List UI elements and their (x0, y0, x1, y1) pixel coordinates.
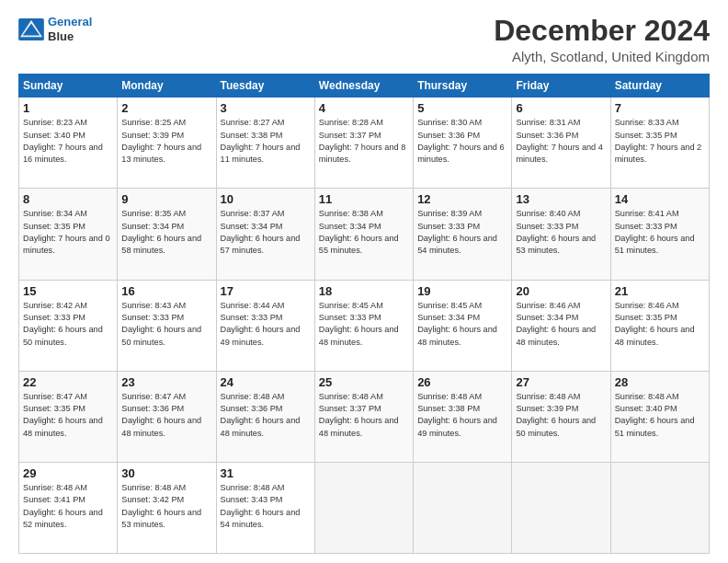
calendar-cell: 30 Sunrise: 8:48 AMSunset: 3:42 PMDaylig… (118, 462, 216, 553)
day-info: Sunrise: 8:38 AMSunset: 3:34 PMDaylight:… (319, 208, 409, 257)
day-number: 15 (23, 284, 113, 298)
header: General Blue December 2024 Alyth, Scotla… (18, 15, 710, 64)
day-number: 9 (121, 192, 211, 206)
day-info: Sunrise: 8:40 AMSunset: 3:33 PMDaylight:… (516, 208, 606, 257)
day-info: Sunrise: 8:28 AMSunset: 3:37 PMDaylight:… (319, 117, 409, 166)
calendar-cell: 19 Sunrise: 8:45 AMSunset: 3:34 PMDaylig… (414, 280, 512, 371)
day-number: 27 (516, 375, 606, 389)
calendar-cell: 20 Sunrise: 8:46 AMSunset: 3:34 PMDaylig… (512, 280, 610, 371)
day-number: 20 (516, 284, 606, 298)
day-info: Sunrise: 8:31 AMSunset: 3:36 PMDaylight:… (516, 117, 606, 166)
logo: General Blue (18, 15, 92, 43)
calendar-week-5: 29 Sunrise: 8:48 AMSunset: 3:41 PMDaylig… (19, 462, 710, 553)
day-number: 10 (221, 192, 311, 206)
calendar-cell: 29 Sunrise: 8:48 AMSunset: 3:41 PMDaylig… (19, 462, 118, 553)
calendar-cell: 9 Sunrise: 8:35 AMSunset: 3:34 PMDayligh… (118, 189, 216, 280)
calendar-cell: 16 Sunrise: 8:43 AMSunset: 3:33 PMDaylig… (118, 280, 216, 371)
day-number: 6 (516, 101, 606, 115)
day-number: 23 (121, 375, 211, 389)
weekday-header-sunday: Sunday (19, 75, 118, 98)
logo-icon (18, 18, 44, 40)
day-info: Sunrise: 8:45 AMSunset: 3:34 PMDaylight:… (417, 300, 507, 349)
day-info: Sunrise: 8:33 AMSunset: 3:35 PMDaylight:… (615, 117, 705, 166)
day-info: Sunrise: 8:48 AMSunset: 3:36 PMDaylight:… (221, 391, 311, 440)
day-number: 12 (417, 192, 507, 206)
day-info: Sunrise: 8:23 AMSunset: 3:40 PMDaylight:… (23, 117, 113, 166)
calendar-cell: 23 Sunrise: 8:47 AMSunset: 3:36 PMDaylig… (118, 371, 216, 462)
day-number: 14 (615, 192, 705, 206)
day-info: Sunrise: 8:39 AMSunset: 3:33 PMDaylight:… (417, 208, 507, 257)
weekday-header-wednesday: Wednesday (314, 75, 413, 98)
calendar-cell: 13 Sunrise: 8:40 AMSunset: 3:33 PMDaylig… (512, 189, 610, 280)
day-number: 21 (615, 284, 705, 298)
calendar-cell: 27 Sunrise: 8:48 AMSunset: 3:39 PMDaylig… (512, 371, 610, 462)
calendar-cell: 10 Sunrise: 8:37 AMSunset: 3:34 PMDaylig… (216, 189, 314, 280)
calendar-cell: 2 Sunrise: 8:25 AMSunset: 3:39 PMDayligh… (118, 98, 216, 189)
day-number: 7 (615, 101, 705, 115)
day-info: Sunrise: 8:37 AMSunset: 3:34 PMDaylight:… (221, 208, 311, 257)
day-info: Sunrise: 8:42 AMSunset: 3:33 PMDaylight:… (23, 300, 113, 349)
day-info: Sunrise: 8:48 AMSunset: 3:41 PMDaylight:… (23, 482, 113, 531)
calendar-cell: 15 Sunrise: 8:42 AMSunset: 3:33 PMDaylig… (19, 280, 118, 371)
day-info: Sunrise: 8:48 AMSunset: 3:37 PMDaylight:… (319, 391, 409, 440)
calendar-cell: 11 Sunrise: 8:38 AMSunset: 3:34 PMDaylig… (314, 189, 413, 280)
day-number: 8 (23, 192, 113, 206)
calendar-cell: 24 Sunrise: 8:48 AMSunset: 3:36 PMDaylig… (216, 371, 314, 462)
day-info: Sunrise: 8:48 AMSunset: 3:39 PMDaylight:… (516, 391, 606, 440)
day-number: 13 (516, 192, 606, 206)
page: General Blue December 2024 Alyth, Scotla… (0, 0, 728, 563)
day-info: Sunrise: 8:46 AMSunset: 3:35 PMDaylight:… (615, 300, 705, 349)
day-number: 31 (221, 466, 311, 480)
calendar-cell (610, 462, 709, 553)
weekday-header-monday: Monday (118, 75, 216, 98)
day-number: 2 (121, 101, 211, 115)
day-number: 24 (221, 375, 311, 389)
day-info: Sunrise: 8:35 AMSunset: 3:34 PMDaylight:… (121, 208, 211, 257)
day-info: Sunrise: 8:48 AMSunset: 3:42 PMDaylight:… (121, 482, 211, 531)
calendar-cell: 1 Sunrise: 8:23 AMSunset: 3:40 PMDayligh… (19, 98, 118, 189)
day-info: Sunrise: 8:47 AMSunset: 3:35 PMDaylight:… (23, 391, 113, 440)
logo-text: General Blue (48, 15, 92, 43)
day-info: Sunrise: 8:43 AMSunset: 3:33 PMDaylight:… (121, 300, 211, 349)
weekday-header-saturday: Saturday (610, 75, 709, 98)
calendar-week-3: 15 Sunrise: 8:42 AMSunset: 3:33 PMDaylig… (19, 280, 710, 371)
day-number: 19 (417, 284, 507, 298)
day-number: 30 (121, 466, 211, 480)
calendar-body: 1 Sunrise: 8:23 AMSunset: 3:40 PMDayligh… (19, 98, 710, 554)
day-number: 22 (23, 375, 113, 389)
weekday-header-friday: Friday (512, 75, 610, 98)
calendar-cell: 28 Sunrise: 8:48 AMSunset: 3:40 PMDaylig… (610, 371, 709, 462)
calendar-cell: 7 Sunrise: 8:33 AMSunset: 3:35 PMDayligh… (610, 98, 709, 189)
calendar-cell: 25 Sunrise: 8:48 AMSunset: 3:37 PMDaylig… (314, 371, 413, 462)
day-number: 5 (417, 101, 507, 115)
day-info: Sunrise: 8:45 AMSunset: 3:33 PMDaylight:… (319, 300, 409, 349)
calendar-cell: 18 Sunrise: 8:45 AMSunset: 3:33 PMDaylig… (314, 280, 413, 371)
day-info: Sunrise: 8:47 AMSunset: 3:36 PMDaylight:… (121, 391, 211, 440)
weekday-header-thursday: Thursday (414, 75, 512, 98)
weekday-header-tuesday: Tuesday (216, 75, 314, 98)
calendar-week-1: 1 Sunrise: 8:23 AMSunset: 3:40 PMDayligh… (19, 98, 710, 189)
day-number: 16 (121, 284, 211, 298)
day-number: 3 (221, 101, 311, 115)
calendar-cell (414, 462, 512, 553)
calendar-header: SundayMondayTuesdayWednesdayThursdayFrid… (19, 75, 710, 98)
subtitle: Alyth, Scotland, United Kingdom (494, 49, 710, 64)
calendar-cell: 22 Sunrise: 8:47 AMSunset: 3:35 PMDaylig… (19, 371, 118, 462)
day-info: Sunrise: 8:48 AMSunset: 3:38 PMDaylight:… (417, 391, 507, 440)
day-number: 1 (23, 101, 113, 115)
calendar-cell: 31 Sunrise: 8:48 AMSunset: 3:43 PMDaylig… (216, 462, 314, 553)
calendar-table: SundayMondayTuesdayWednesdayThursdayFrid… (18, 74, 710, 554)
day-number: 4 (319, 101, 409, 115)
calendar-cell: 6 Sunrise: 8:31 AMSunset: 3:36 PMDayligh… (512, 98, 610, 189)
calendar-cell (314, 462, 413, 553)
calendar-cell: 21 Sunrise: 8:46 AMSunset: 3:35 PMDaylig… (610, 280, 709, 371)
day-number: 28 (615, 375, 705, 389)
day-info: Sunrise: 8:34 AMSunset: 3:35 PMDaylight:… (23, 208, 113, 257)
day-number: 11 (319, 192, 409, 206)
day-number: 17 (221, 284, 311, 298)
calendar-cell: 26 Sunrise: 8:48 AMSunset: 3:38 PMDaylig… (414, 371, 512, 462)
logo-line2: Blue (48, 29, 92, 44)
calendar-cell: 8 Sunrise: 8:34 AMSunset: 3:35 PMDayligh… (19, 189, 118, 280)
calendar-cell: 3 Sunrise: 8:27 AMSunset: 3:38 PMDayligh… (216, 98, 314, 189)
logo-line1: General (48, 15, 92, 29)
